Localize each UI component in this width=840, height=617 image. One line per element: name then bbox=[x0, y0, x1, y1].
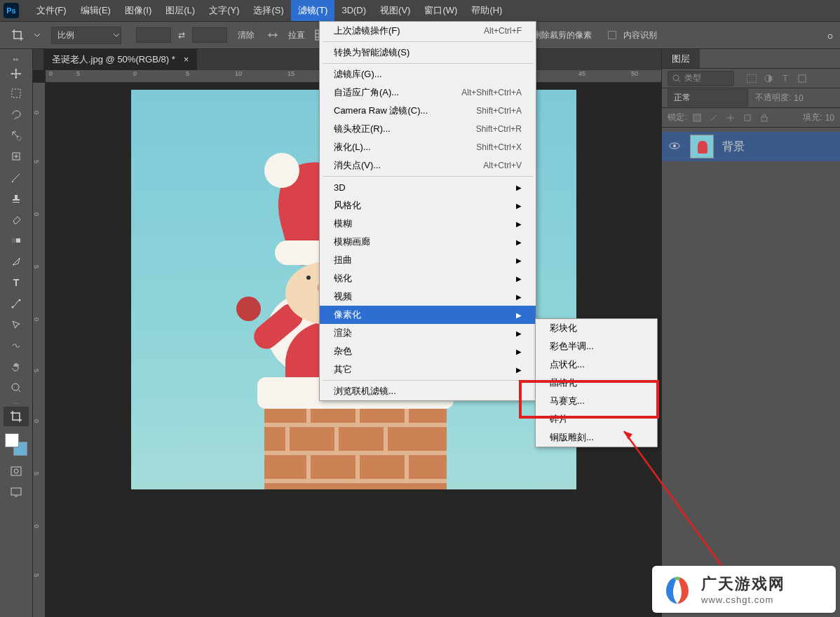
panel-tabs: 图层 bbox=[662, 49, 840, 69]
lock-move-icon[interactable] bbox=[724, 111, 737, 124]
menu-help[interactable]: 帮助(H) bbox=[464, 0, 509, 21]
ratio-width-input[interactable] bbox=[136, 27, 171, 43]
straighten-icon[interactable] bbox=[264, 26, 282, 44]
menu-view[interactable]: 视图(V) bbox=[373, 0, 417, 21]
clear-button[interactable]: 清除 bbox=[238, 29, 255, 41]
toolbar-handle[interactable]: ▸▸ bbox=[13, 55, 19, 62]
menu-last-filter[interactable]: 上次滤镜操作(F)Alt+Ctrl+F bbox=[320, 22, 536, 40]
menu-stylize[interactable]: 风格化▶ bbox=[320, 196, 536, 215]
menu-filter[interactable]: 滤镜(T) bbox=[291, 0, 335, 21]
chevron-down-icon[interactable] bbox=[34, 32, 41, 39]
menu-edit[interactable]: 编辑(E) bbox=[74, 0, 118, 21]
menu-noise[interactable]: 杂色▶ bbox=[320, 342, 536, 360]
watermark: 广天游戏网 www.cshgt.com bbox=[652, 566, 836, 613]
submenu-facet[interactable]: 彩块化 bbox=[536, 319, 657, 337]
layer-thumbnail[interactable] bbox=[690, 135, 714, 158]
submenu-pointillize[interactable]: 点状化... bbox=[536, 355, 657, 374]
document-tab[interactable]: 圣诞老人.jpg @ 50%(RGB/8) * × bbox=[43, 49, 197, 70]
menu-render[interactable]: 渲染▶ bbox=[320, 324, 536, 342]
menu-smart-filter[interactable]: 转换为智能滤镜(S) bbox=[320, 43, 536, 62]
filter-adjust-icon[interactable] bbox=[762, 72, 775, 85]
screenmode-tool[interactable] bbox=[4, 482, 29, 502]
color-swatches[interactable] bbox=[5, 433, 27, 456]
quickmask-tool[interactable] bbox=[4, 461, 29, 481]
shape-tool[interactable] bbox=[4, 336, 29, 355]
healing-tool[interactable] bbox=[4, 147, 29, 166]
ps-logo: Ps bbox=[4, 3, 19, 18]
lock-artboard-icon[interactable] bbox=[741, 111, 754, 124]
menu-camera-raw[interactable]: Camera Raw 滤镜(C)...Shift+Ctrl+A bbox=[320, 102, 536, 120]
quick-select-tool[interactable] bbox=[4, 126, 29, 145]
menu-browse-online[interactable]: 浏览联机滤镜... bbox=[320, 382, 536, 400]
submenu-mezzotint[interactable]: 铜版雕刻... bbox=[536, 428, 657, 447]
svg-point-2 bbox=[828, 34, 832, 39]
menu-distort[interactable]: 扭曲▶ bbox=[320, 251, 536, 269]
ratio-height-input[interactable] bbox=[192, 27, 227, 43]
menu-video[interactable]: 视频▶ bbox=[320, 287, 536, 306]
blend-mode-select[interactable]: 正常 bbox=[668, 89, 748, 107]
close-icon[interactable]: × bbox=[184, 49, 189, 70]
stamp-tool[interactable] bbox=[4, 189, 29, 208]
marquee-tool[interactable] bbox=[4, 83, 29, 103]
pen-tool[interactable] bbox=[4, 252, 29, 271]
filter-shape-icon[interactable] bbox=[796, 72, 808, 85]
menu-blur-gallery[interactable]: 模糊画廊▶ bbox=[320, 233, 536, 251]
path-tool[interactable] bbox=[4, 294, 29, 313]
lock-brush-icon[interactable] bbox=[707, 111, 720, 124]
layer-name[interactable]: 背景 bbox=[722, 140, 745, 154]
filter-type-select[interactable]: 类型 bbox=[668, 71, 734, 86]
hand-tool[interactable] bbox=[4, 357, 29, 377]
options-gear-icon[interactable] bbox=[825, 31, 836, 45]
crop-tool[interactable] bbox=[4, 407, 29, 426]
chevron-down-icon[interactable] bbox=[113, 32, 120, 39]
panels-area: 图层 类型 T 正常 不透明度: 10 锁定: 填充: 10 bbox=[661, 49, 840, 617]
move-tool[interactable] bbox=[4, 62, 29, 82]
lock-pixels-icon[interactable] bbox=[691, 111, 703, 124]
menu-3d-filters[interactable]: 3D▶ bbox=[320, 178, 536, 196]
svg-rect-7 bbox=[12, 238, 16, 243]
brush-tool[interactable] bbox=[4, 168, 29, 187]
layer-row[interactable]: 背景 bbox=[662, 132, 840, 161]
toolbar-more[interactable]: ⋯ bbox=[13, 399, 19, 407]
gradient-tool[interactable] bbox=[4, 231, 29, 250]
menu-type[interactable]: 文字(Y) bbox=[202, 0, 246, 21]
menu-3d[interactable]: 3D(D) bbox=[334, 0, 373, 21]
visibility-icon[interactable] bbox=[669, 140, 683, 153]
straighten-label: 拉直 bbox=[288, 29, 305, 41]
type-tool[interactable]: T bbox=[4, 273, 29, 292]
filter-image-icon[interactable] bbox=[745, 72, 758, 85]
menu-sharpen[interactable]: 锐化▶ bbox=[320, 269, 536, 287]
content-aware-checkbox[interactable] bbox=[608, 31, 616, 39]
lock-all-icon[interactable] bbox=[758, 111, 771, 124]
opacity-value[interactable]: 10 bbox=[794, 93, 803, 103]
menu-adaptive-wide[interactable]: 自适应广角(A)...Alt+Shift+Ctrl+A bbox=[320, 83, 536, 102]
menu-window[interactable]: 窗口(W) bbox=[417, 0, 464, 21]
menu-lens-correct[interactable]: 镜头校正(R)...Shift+Ctrl+R bbox=[320, 120, 536, 138]
submenu-color-halftone[interactable]: 彩色半调... bbox=[536, 337, 657, 355]
menu-file[interactable]: 文件(F) bbox=[29, 0, 74, 21]
eraser-tool[interactable] bbox=[4, 210, 29, 229]
menu-select[interactable]: 选择(S) bbox=[246, 0, 290, 21]
menu-image[interactable]: 图像(I) bbox=[118, 0, 158, 21]
ratio-select[interactable]: 比例 bbox=[51, 27, 121, 44]
direct-select-tool[interactable] bbox=[4, 315, 29, 334]
menu-pixelate[interactable]: 像素化▶ bbox=[320, 306, 536, 324]
fill-value[interactable]: 10 bbox=[825, 113, 834, 123]
menu-liquify[interactable]: 液化(L)...Shift+Ctrl+X bbox=[320, 138, 536, 156]
ruler-vertical: 05 05 05 05 05 bbox=[33, 83, 46, 617]
svg-rect-3 bbox=[12, 89, 20, 97]
menu-filter-gallery[interactable]: 滤镜库(G)... bbox=[320, 65, 536, 83]
fg-color-swatch[interactable] bbox=[5, 433, 19, 447]
menu-other[interactable]: 其它▶ bbox=[320, 360, 536, 379]
svg-rect-18 bbox=[693, 114, 700, 121]
layers-tab[interactable]: 图层 bbox=[662, 49, 700, 68]
crop-tool-icon[interactable] bbox=[7, 25, 28, 46]
filter-text-icon[interactable]: T bbox=[779, 72, 792, 85]
opacity-label: 不透明度: bbox=[755, 92, 791, 104]
zoom-tool[interactable] bbox=[4, 378, 29, 398]
swap-icon[interactable]: ⇄ bbox=[178, 30, 185, 40]
menu-blur[interactable]: 模糊▶ bbox=[320, 215, 536, 233]
lasso-tool[interactable] bbox=[4, 104, 29, 124]
menu-layer[interactable]: 图层(L) bbox=[158, 0, 202, 21]
menu-vanishing-point[interactable]: 消失点(V)...Alt+Ctrl+V bbox=[320, 156, 536, 175]
